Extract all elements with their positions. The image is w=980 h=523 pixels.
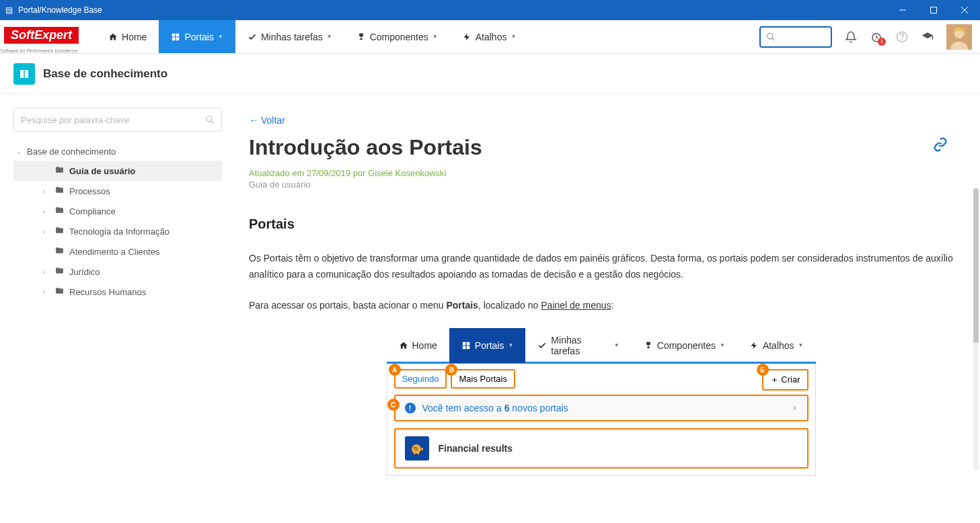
svg-line-12 <box>211 121 214 124</box>
folder-icon <box>55 226 64 237</box>
svg-point-11 <box>206 116 212 122</box>
svg-rect-1 <box>931 7 937 13</box>
tree-item[interactable]: Guia de usuário <box>13 161 222 181</box>
knowledge-base-icon <box>13 63 35 85</box>
kb-tree: ⌄ Base de conhecimento Guia de usuário›P… <box>13 143 222 302</box>
tree-root[interactable]: ⌄ Base de conhecimento <box>13 143 222 161</box>
nav-componentes-label: Componentes <box>370 32 428 42</box>
chevron-right-icon: › <box>43 288 50 296</box>
check-icon <box>537 341 547 350</box>
marker-a: A <box>389 364 401 376</box>
chevron-right-icon: › <box>43 208 50 215</box>
window-titlebar: ▤ Portal/Knowledge Base <box>0 0 980 20</box>
bell-icon <box>845 31 857 43</box>
nav-portais[interactable]: Portais ▼ <box>159 20 235 53</box>
home-icon <box>399 341 408 350</box>
inner-notice: ! Você tem acesso a 6 novos portais × <box>394 395 808 421</box>
tree-item[interactable]: ›Compliance <box>13 201 222 221</box>
tree-item[interactable]: ›Tecnologia da Informação <box>13 221 222 241</box>
nav-home[interactable]: Home <box>96 20 159 53</box>
window-close-button[interactable] <box>949 0 980 20</box>
window-title: Portal/Knowledge Base <box>18 5 102 15</box>
chevron-right-icon: › <box>43 188 50 195</box>
inner-nav-home: Home <box>387 328 449 363</box>
tree-item[interactable]: ›Recursos Humanos <box>13 282 222 302</box>
logo-text: SoftExpert <box>11 28 72 42</box>
chevron-down-icon: ▼ <box>327 34 332 40</box>
folder-icon <box>55 246 64 257</box>
article-title: Introdução aos Portais <box>249 135 953 160</box>
grid-icon <box>171 32 180 42</box>
svg-point-4 <box>767 33 773 38</box>
kb-search-input[interactable] <box>21 115 205 125</box>
marker-b: B <box>445 364 457 376</box>
window-minimize-button[interactable] <box>887 0 918 20</box>
svg-point-8 <box>902 39 903 40</box>
global-search-input[interactable] <box>759 26 832 48</box>
graduation-icon <box>921 31 934 43</box>
tree-item[interactable]: ›Jurídico <box>13 262 222 282</box>
nav-atalhos-label: Atalhos <box>476 32 507 42</box>
folder-icon <box>55 165 64 176</box>
chevron-down-icon: ▼ <box>511 34 516 40</box>
scrollbar-thumb[interactable] <box>973 188 979 343</box>
bolt-icon <box>749 341 759 350</box>
tree-item-label: Processos <box>69 186 110 196</box>
search-icon <box>205 115 215 124</box>
nav-atalhos[interactable]: Atalhos ▼ <box>450 20 529 53</box>
timer-button[interactable]: 1 <box>870 30 883 44</box>
inner-nav-tarefas: Minhas tarefas ▼ <box>525 328 631 363</box>
article-content: ← Voltar Introdução aos Portais Atualiza… <box>235 94 980 523</box>
info-icon: ! <box>405 403 416 413</box>
sidebar: ⌄ Base de conhecimento Guia de usuário›P… <box>0 94 235 523</box>
article-paragraph-2: Para acessar os portais, basta acionar o… <box>249 298 953 314</box>
chevron-down-icon: ▼ <box>432 34 438 40</box>
check-icon <box>248 32 257 42</box>
back-link[interactable]: ← Voltar <box>249 115 285 126</box>
badge-count: 1 <box>878 38 886 46</box>
logo-subtitle: Software for Performance Excellence <box>0 48 78 53</box>
tree-item[interactable]: Atendimento a Clientes <box>13 241 222 262</box>
tree-item-label: Compliance <box>69 206 116 216</box>
chevron-right-icon: › <box>43 268 50 276</box>
academy-button[interactable] <box>921 30 934 44</box>
chevron-down-icon: ▼ <box>614 342 619 348</box>
tree-item-label: Jurídico <box>69 267 100 277</box>
svg-line-5 <box>772 38 775 40</box>
inner-nav-atalhos: Atalhos ▼ <box>737 328 816 363</box>
user-avatar[interactable] <box>946 24 972 50</box>
inner-tab-seguindo: A Seguindo <box>394 369 447 389</box>
help-icon <box>896 31 908 43</box>
folder-icon <box>55 286 64 297</box>
plus-icon: ＋ <box>770 374 779 385</box>
link-icon <box>933 137 948 152</box>
tree-item-label: Atendimento a Clientes <box>69 247 159 257</box>
grid-icon <box>461 341 471 350</box>
nav-componentes[interactable]: Componentes ▼ <box>344 20 450 53</box>
article-category: Guia de usuário <box>249 179 953 190</box>
nav-tarefas[interactable]: Minhas tarefas ▼ <box>235 20 344 53</box>
chevron-down-icon: ▼ <box>508 342 513 348</box>
notifications-button[interactable] <box>844 30 858 44</box>
chevron-down-icon: ▼ <box>798 342 804 348</box>
logo[interactable]: SoftExpert Software for Performance Exce… <box>0 27 83 46</box>
window-maximize-button[interactable] <box>918 0 949 20</box>
section-header: Base de conhecimento <box>0 54 980 94</box>
main-header: SoftExpert Software for Performance Exce… <box>0 20 980 54</box>
inner-tab-mais-portais: B Mais Portais <box>451 369 515 389</box>
trophy-icon <box>644 341 653 350</box>
tree-item[interactable]: ›Processos <box>13 181 222 201</box>
home-icon <box>108 32 118 42</box>
piggy-bank-icon: $ <box>405 436 429 460</box>
nav-portais-label: Portais <box>184 32 214 42</box>
folder-icon <box>55 186 64 196</box>
permalink-button[interactable] <box>933 137 948 155</box>
tree-item-label: Guia de usuário <box>69 166 135 176</box>
help-button[interactable] <box>895 30 909 44</box>
inner-nav-componentes: Componentes ▼ <box>632 328 737 363</box>
svg-text:$: $ <box>415 446 418 451</box>
marker-e: E <box>757 364 769 376</box>
kb-search-box[interactable] <box>13 108 222 132</box>
folder-icon <box>55 266 64 277</box>
trophy-icon <box>356 32 366 42</box>
